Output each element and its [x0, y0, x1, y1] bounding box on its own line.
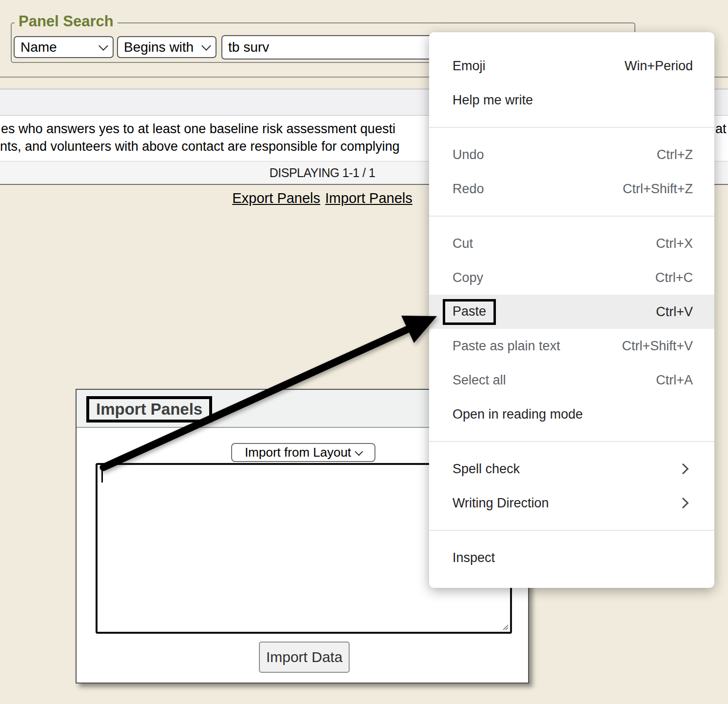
- search-field-select-value: Name: [20, 40, 57, 55]
- shortcut-label: Ctrl+Shift+V: [622, 339, 693, 354]
- menu-item-paste-as-plain-text[interactable]: Paste as plain text Ctrl+Shift+V: [429, 329, 714, 363]
- menu-separator: [429, 530, 714, 531]
- menu-item-open-in-reading-mode[interactable]: Open in reading mode: [429, 397, 714, 431]
- menu-item-select-all[interactable]: Select all Ctrl+A: [429, 363, 714, 397]
- shortcut-label: Ctrl+C: [655, 270, 693, 285]
- menu-item-writing-direction[interactable]: Writing Direction: [429, 486, 714, 520]
- export-panels-link[interactable]: Export Panels: [232, 190, 320, 206]
- menu-item-spell-check[interactable]: Spell check: [429, 452, 714, 486]
- import-panels-link[interactable]: Import Panels: [325, 190, 413, 206]
- menu-item-emoji[interactable]: Emoji Win+Period: [429, 49, 714, 83]
- menu-separator: [429, 441, 714, 442]
- search-operator-select[interactable]: Begins with: [117, 36, 216, 58]
- menu-item-inspect[interactable]: Inspect: [429, 541, 714, 575]
- menu-item-undo[interactable]: Undo Ctrl+Z: [429, 138, 714, 172]
- shortcut-label: Win+Period: [625, 59, 693, 74]
- shortcut-label: Ctrl+X: [656, 236, 693, 251]
- chevron-down-icon: [355, 447, 363, 456]
- chevron-down-icon: [98, 41, 108, 51]
- menu-item-paste[interactable]: Paste Ctrl+V: [429, 295, 714, 329]
- menu-item-help-me-write[interactable]: Help me write: [429, 83, 714, 117]
- chevron-right-icon: [678, 463, 689, 475]
- row-text-line2: nts, and volunteers with above contact a…: [0, 140, 399, 153]
- shortcut-label: Ctrl+A: [656, 373, 693, 388]
- shortcut-label: Ctrl+V: [656, 304, 693, 320]
- search-field-select[interactable]: Name: [14, 36, 114, 58]
- menu-item-copy[interactable]: Copy Ctrl+C: [429, 261, 714, 295]
- import-data-button[interactable]: Import Data: [259, 642, 350, 673]
- import-panels-dialog-title: Import Panels: [86, 396, 212, 422]
- menu-item-redo[interactable]: Redo Ctrl+Shift+Z: [429, 172, 714, 206]
- page: Panel Search Name Begins with es who ans…: [0, 0, 728, 704]
- import-source-select-value: Import from Layout: [245, 445, 351, 460]
- row-text-line1-continued: at: [715, 122, 727, 136]
- panel-search-legend: Panel Search: [15, 13, 118, 30]
- paste-annotation-box: Paste: [443, 299, 496, 325]
- search-operator-select-value: Begins with: [124, 40, 194, 55]
- chevron-right-icon: [678, 498, 689, 509]
- chevron-down-icon: [201, 41, 211, 51]
- menu-item-cut[interactable]: Cut Ctrl+X: [429, 226, 714, 261]
- import-source-select[interactable]: Import from Layout: [231, 443, 375, 462]
- text-cursor: [101, 468, 103, 483]
- menu-separator: [429, 127, 714, 128]
- row-text-line1: es who answers yes to at least one basel…: [1, 122, 395, 136]
- shortcut-label: Ctrl+Shift+Z: [623, 181, 693, 197]
- menu-separator: [429, 216, 714, 217]
- resize-grip-icon[interactable]: [501, 623, 509, 631]
- context-menu: Emoji Win+Period Help me write Undo Ctrl…: [429, 32, 714, 588]
- shortcut-label: Ctrl+Z: [657, 147, 693, 162]
